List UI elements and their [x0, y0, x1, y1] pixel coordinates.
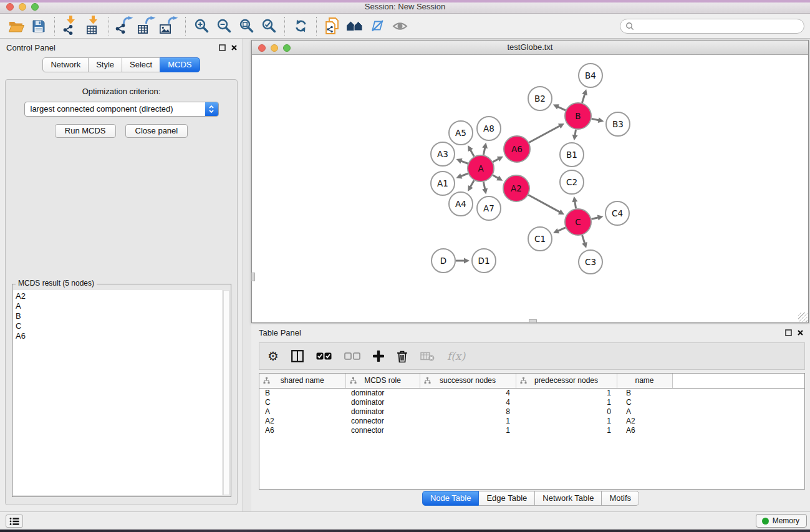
close-panel-icon[interactable] — [231, 44, 238, 51]
network-minimize-button[interactable] — [271, 44, 278, 52]
cell[interactable]: A2 — [259, 417, 345, 426]
graph-edge-B-B4[interactable] — [582, 94, 585, 103]
search-input[interactable] — [637, 22, 804, 31]
graph-node-A[interactable]: A — [468, 155, 494, 181]
maximize-window-button[interactable] — [31, 3, 39, 11]
result-item[interactable]: B — [16, 311, 222, 321]
cell[interactable]: dominator — [345, 398, 420, 407]
result-item[interactable]: A — [16, 301, 222, 311]
cell[interactable]: A2 — [617, 417, 672, 426]
import-network-button[interactable] — [59, 16, 82, 37]
result-list-scrollbar[interactable] — [223, 290, 229, 495]
table-row[interactable]: A6connector11A6 — [259, 426, 804, 435]
tab-select[interactable]: Select — [122, 57, 160, 72]
graph-edge-B-B2[interactable] — [557, 107, 566, 110]
cell[interactable]: C — [259, 398, 345, 407]
cell[interactable]: A — [259, 407, 345, 417]
delete-table-icon[interactable] — [420, 351, 435, 361]
mcds-result-list[interactable]: A2ABCA6 — [13, 290, 222, 495]
delete-column-trash-icon[interactable] — [397, 350, 408, 363]
network-window-titlebar[interactable]: testGlobe.txt — [252, 41, 808, 55]
tab-edge-table[interactable]: Edge Table — [478, 491, 535, 506]
export-table-button[interactable] — [136, 16, 158, 37]
show-panels-button[interactable] — [6, 515, 23, 528]
node-table[interactable]: shared nameMCDS rolesuccessor nodesprede… — [259, 373, 805, 490]
criterion-dropdown[interactable]: largest connected component (directed) — [24, 102, 219, 117]
graph-node-D1[interactable]: D1 — [472, 249, 496, 273]
graph-edge-A2-C[interactable] — [528, 195, 561, 213]
result-item[interactable]: A6 — [16, 331, 222, 341]
graph-node-A2[interactable]: A2 — [503, 175, 529, 201]
close-window-button[interactable] — [6, 3, 14, 11]
graph-edge-C-C1[interactable] — [557, 228, 565, 231]
deselect-all-icon[interactable] — [344, 352, 360, 360]
graph-node-C4[interactable]: C4 — [605, 201, 629, 225]
graph-node-A1[interactable]: A1 — [431, 172, 455, 195]
export-network-button[interactable] — [113, 16, 136, 37]
result-item[interactable]: A2 — [16, 291, 222, 301]
network-close-button[interactable] — [258, 44, 266, 52]
minimize-window-button[interactable] — [19, 3, 26, 11]
graph-node-A8[interactable]: A8 — [477, 117, 501, 140]
graph-node-B4[interactable]: B4 — [579, 64, 602, 87]
hide-labels-button[interactable] — [366, 16, 388, 37]
resize-grip[interactable] — [798, 312, 808, 322]
float-panel-icon[interactable] — [219, 44, 226, 51]
cell[interactable]: A6 — [617, 426, 672, 435]
graph-node-C2[interactable]: C2 — [560, 170, 584, 194]
tab-mcds[interactable]: MCDS — [160, 57, 200, 72]
search-box[interactable] — [620, 19, 804, 34]
left-splitter-grip[interactable] — [251, 273, 255, 281]
birds-eye-view-button[interactable] — [388, 16, 411, 37]
cell[interactable]: connector — [345, 426, 420, 435]
table-row[interactable]: Bdominator41B — [259, 388, 804, 398]
graph-edge-A6-B[interactable] — [529, 125, 561, 142]
cell[interactable]: C — [617, 398, 672, 407]
graph-node-C3[interactable]: C3 — [579, 250, 602, 274]
graph-node-B1[interactable]: B1 — [560, 143, 584, 167]
graph-node-D[interactable]: D — [432, 249, 455, 273]
zoom-in-button[interactable] — [190, 16, 213, 37]
run-mcds-button[interactable]: Run MCDS — [55, 124, 116, 138]
graph-node-B[interactable]: B — [565, 103, 591, 129]
graph-node-A6[interactable]: A6 — [504, 136, 530, 162]
graph-node-B3[interactable]: B3 — [606, 112, 630, 136]
cell[interactable]: 1 — [420, 426, 516, 435]
zoom-fit-button[interactable] — [235, 16, 258, 37]
zoom-selected-button[interactable] — [258, 16, 280, 37]
tab-network-table[interactable]: Network Table — [534, 491, 602, 506]
cell[interactable]: A — [617, 407, 672, 417]
show-all-networks-button[interactable] — [344, 16, 366, 37]
export-image-button[interactable] — [158, 16, 181, 37]
open-file-button[interactable] — [5, 16, 27, 37]
graph-node-C1[interactable]: C1 — [528, 227, 552, 251]
cell[interactable]: 8 — [420, 407, 516, 417]
table-row[interactable]: Adominator80A — [259, 407, 804, 417]
tab-motifs[interactable]: Motifs — [601, 491, 639, 506]
cell[interactable]: 4 — [420, 388, 516, 398]
float-panel-icon[interactable] — [785, 329, 792, 336]
function-builder-button[interactable]: f(x) — [447, 350, 465, 362]
bottom-splitter-grip[interactable] — [529, 319, 537, 323]
cell[interactable]: A6 — [259, 426, 345, 435]
cell[interactable]: dominator — [345, 388, 420, 398]
cell[interactable]: B — [617, 388, 672, 398]
graph-node-A4[interactable]: A4 — [449, 192, 473, 216]
memory-button[interactable]: Memory — [756, 514, 807, 528]
column-header-successor-nodes[interactable]: successor nodes — [420, 374, 516, 388]
graph-edge-A-A4[interactable] — [470, 180, 475, 188]
zoom-out-button[interactable] — [213, 16, 235, 37]
cell[interactable]: B — [259, 388, 345, 398]
network-maximize-button[interactable] — [283, 44, 291, 52]
column-header-shared-name[interactable]: shared name — [259, 374, 345, 388]
columns-icon[interactable] — [291, 350, 304, 362]
cell[interactable]: 0 — [516, 407, 617, 417]
graph-node-A5[interactable]: A5 — [449, 121, 473, 145]
close-panel-icon[interactable] — [797, 329, 804, 336]
cell[interactable]: 4 — [420, 398, 516, 407]
clone-network-button[interactable] — [321, 16, 344, 37]
cell[interactable]: connector — [345, 417, 420, 426]
cell[interactable]: 1 — [516, 388, 617, 398]
import-table-button[interactable] — [82, 16, 104, 37]
tab-style[interactable]: Style — [88, 57, 122, 72]
